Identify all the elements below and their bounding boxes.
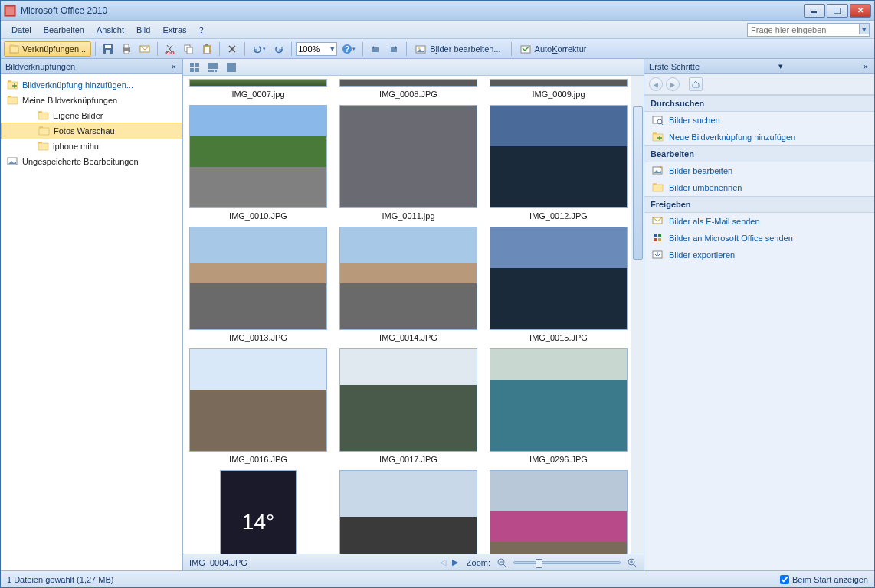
task-email[interactable]: Bilder als E-Mail senden [644,213,874,230]
undo-icon[interactable]: ▾ [249,41,269,57]
nav-forward-icon[interactable]: ► [666,77,680,91]
left-pane-header: Bildverknüpfungen × [1,59,182,74]
edit-pictures-button[interactable]: Bilder bearbeiten... [411,41,506,57]
help-search[interactable]: ▾ [747,23,870,37]
add-shortcut-link[interactable]: Bildverknüpfung hinzufügen... [1,77,182,93]
copy-icon[interactable] [180,41,197,57]
redo-icon[interactable] [270,41,287,57]
section-browse: Durchsuchen [644,95,874,112]
view-filmstrip-icon[interactable] [205,60,221,75]
right-pane-close-icon[interactable]: × [862,62,870,71]
menu-edit[interactable]: Bearbeiten [38,23,90,37]
view-single-icon[interactable] [223,60,240,75]
svg-rect-41 [195,68,199,72]
nav-home-icon[interactable] [689,77,703,91]
svg-rect-36 [38,143,48,150]
right-pane-header: Erste Schritte ▾ × [644,59,874,74]
thumb-cell[interactable]: IMG_0015.JPG [490,227,628,342]
svg-rect-40 [190,68,194,72]
svg-rect-45 [215,70,217,72]
mail-icon[interactable] [136,41,153,57]
thumb-cell[interactable]: IMG_0296.JPG [490,348,628,464]
svg-rect-43 [208,70,211,72]
nav-back-icon[interactable]: ◄ [649,77,663,91]
window-title: Microsoft Office 2010 [21,5,804,16]
current-file-label: IMG_0004.JPG [189,558,247,567]
task-edit-pics[interactable]: Bilder bearbeiten [644,162,874,179]
save-icon[interactable] [100,41,116,57]
zoom-out-icon[interactable] [496,557,507,568]
tree-item-iphone[interactable]: iphone mihu [1,139,182,154]
menu-image[interactable]: Bild [130,23,156,37]
paste-icon[interactable] [198,41,215,57]
thumb-cell[interactable]: IMG_0011.jpg [339,105,477,220]
task-search-pics[interactable]: Bilder suchen [644,112,874,129]
svg-rect-44 [211,70,214,72]
status-text: 1 Dateien gewählt (1,27 MB) [7,575,113,584]
tree-root[interactable]: Meine Bildverknüpfungen [1,93,182,108]
view-thumbnails-icon[interactable] [186,60,203,75]
thumb-cell[interactable]: IMG_0010.JPG [189,105,327,220]
nav-prev-icon[interactable]: ◁ [437,557,448,567]
zoom-in-icon[interactable] [627,557,637,568]
zoom-combo[interactable]: 100%▾ [296,42,337,56]
left-sidebar: Bildverknüpfungen × Bildverknüpfung hinz… [1,59,183,570]
svg-rect-7 [105,45,111,48]
zoom-label: Zoom: [467,558,490,567]
center-area: IMG_0007.jpg IMG_0008.JPG IMG_0009.jpg I… [183,59,644,570]
help-dropdown-icon[interactable]: ▾ [859,24,869,34]
menu-extras[interactable]: Extras [156,23,192,37]
thumb-cell[interactable]: IMG_0007.jpg [189,79,327,99]
thumb-cell[interactable]: IMG_0009.jpg [490,79,628,99]
print-icon[interactable] [118,41,135,57]
thumb-cell[interactable]: IMG_0012.JPG [490,105,628,220]
thumb-cell[interactable]: IMG_0014.JPG [339,227,477,342]
svg-rect-55 [653,185,663,191]
help-icon[interactable]: ?▾ [339,41,359,57]
show-at-start-checkbox[interactable] [780,575,789,584]
tree-item-warschau[interactable]: Fotos Warschau [1,122,182,139]
view-toolbar [183,59,644,76]
svg-text:?: ? [345,45,349,54]
autocorrect-button[interactable]: AutoKorrektur [516,41,593,57]
thumb-cell[interactable]: IMG_0017.JPG [339,348,477,464]
rotate-left-icon[interactable] [367,41,384,57]
svg-rect-2 [811,11,817,13]
zoom-slider[interactable] [513,561,621,564]
menu-file[interactable]: Datei [5,23,38,37]
tree-unsaved[interactable]: Ungespeicherte Bearbeitungen [1,154,182,169]
thumbnail-grid: IMG_0007.jpg IMG_0008.JPG IMG_0009.jpg I… [183,76,631,554]
task-export[interactable]: Bilder exportieren [644,247,874,263]
menu-help[interactable]: ? [193,23,210,37]
svg-rect-18 [205,47,209,53]
thumb-cell[interactable] [490,470,628,554]
svg-rect-59 [654,238,657,241]
rotate-right-icon[interactable] [385,41,402,57]
minimize-button[interactable] [804,4,825,18]
task-rename-pics[interactable]: Bilder umbenennen [644,179,874,196]
help-input[interactable] [748,25,859,34]
center-footer: IMG_0004.JPG ◁ ▶ Zoom: [183,554,644,570]
tree-item-eigene[interactable]: Eigene Bilder [1,108,182,123]
maximize-button[interactable] [827,4,848,18]
thumb-cell[interactable]: IMG_0016.JPG [189,348,327,464]
toolbar: Verknüpfungen... ▾ 100%▾ ?▾ Bilder bearb… [1,39,874,59]
shortcuts-button[interactable]: Verknüpfungen... [4,41,91,57]
cut-icon[interactable] [162,41,179,57]
svg-rect-11 [124,51,129,54]
svg-rect-60 [658,238,661,241]
menu-view[interactable]: Ansicht [90,23,130,37]
right-pane-dropdown-icon[interactable]: ▾ [777,61,785,71]
task-send-office[interactable]: Bilder an Microsoft Office senden [644,230,874,247]
nav-next-icon[interactable]: ▶ [450,557,460,567]
thumb-cell[interactable] [339,470,477,554]
thumb-cell[interactable]: 14° [189,470,327,554]
task-add-shortcut[interactable]: Neue Bildverknüpfung hinzufügen [644,129,874,145]
close-button[interactable]: ✕ [850,4,871,18]
thumb-cell[interactable]: IMG_0008.JPG [339,79,477,99]
left-pane-close-icon[interactable]: × [170,62,178,71]
titlebar: Microsoft Office 2010 ✕ [1,1,874,21]
vertical-scrollbar[interactable] [631,76,644,554]
delete-icon[interactable] [224,41,241,57]
thumb-cell[interactable]: IMG_0013.JPG [189,227,327,342]
